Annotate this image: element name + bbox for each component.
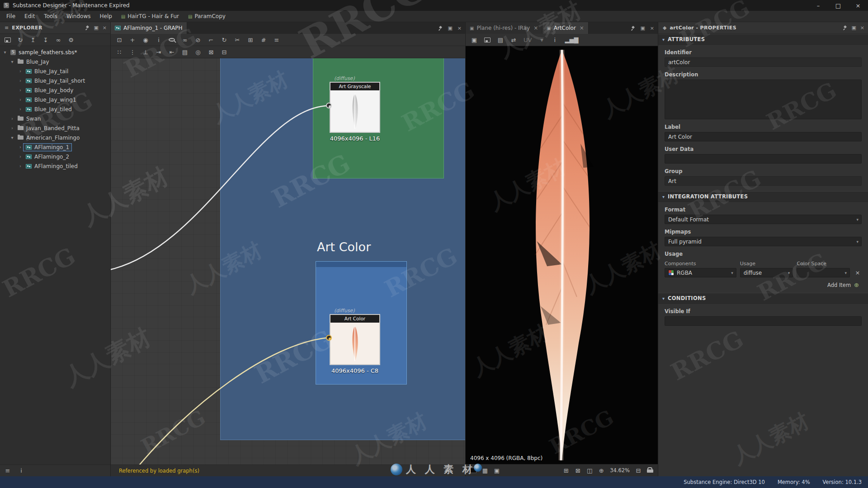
tree-item-folder[interactable]: Blue_Jay — [0, 57, 110, 66]
menu-item[interactable]: Edit — [20, 11, 39, 22]
caret-icon[interactable] — [17, 69, 24, 74]
visibleif-field[interactable] — [665, 316, 862, 326]
tree-item-graph[interactable]: Blue_Jay_tail_short — [0, 76, 110, 85]
tree-item-package[interactable]: sample_feathers.sbs* — [0, 47, 110, 57]
menu-item[interactable]: Help — [95, 11, 116, 22]
tree-item-graph[interactable]: Blue_Jay_tail — [0, 66, 110, 76]
tab-plane-iray[interactable]: ▣ Plane (hi-res) - IRay × — [466, 22, 542, 34]
save-icon[interactable] — [484, 38, 491, 42]
caret-icon[interactable] — [17, 154, 24, 159]
snap-grid-icon[interactable]: # — [260, 37, 267, 43]
caret-icon[interactable] — [9, 135, 15, 140]
usage-dropdown[interactable]: diffuse ▾ — [740, 268, 793, 277]
camera-icon[interactable]: ◉ — [142, 37, 149, 43]
move-icon[interactable]: + — [129, 37, 136, 43]
pin-icon[interactable] — [85, 25, 90, 30]
pin-icon[interactable] — [630, 26, 635, 31]
sync-icon[interactable]: ↻ — [17, 37, 24, 43]
components-dropdown[interactable]: RGBA ▾ — [665, 268, 736, 277]
clipboard-icon[interactable]: ▤ — [182, 49, 188, 56]
tree-item-graph[interactable]: Blue_Jay_tiled — [0, 104, 110, 114]
frame-icon[interactable]: ⊞ — [247, 37, 254, 43]
view2d-canvas[interactable]: 4096 x 4096 (RGBA, 8bpc) — [466, 46, 658, 464]
pin-icon[interactable] — [842, 25, 847, 30]
align-bottom-icon[interactable]: ⊥ — [142, 49, 149, 56]
uv-caret-icon[interactable]: ▾ — [538, 37, 545, 43]
elbow-icon[interactable]: ⌐ — [208, 37, 214, 43]
close-panel-icon[interactable]: × — [103, 25, 107, 31]
capture-icon[interactable]: ⊠ — [208, 49, 214, 56]
caret-icon[interactable] — [9, 116, 15, 121]
float-icon[interactable]: ▣ — [640, 25, 645, 31]
mipmaps-dropdown[interactable]: Full pyramid ▾ — [665, 237, 862, 246]
menu-item[interactable]: Windows — [62, 11, 95, 22]
fit-icon[interactable]: ⊠ — [575, 467, 581, 474]
float-icon[interactable]: ▣ — [94, 25, 98, 31]
tree-item-folder[interactable]: American_Flamingo — [0, 133, 110, 142]
menu-item[interactable]: ParamCopy — [184, 11, 230, 22]
zoom-level[interactable]: 34.62% — [610, 467, 630, 474]
tree-item-folder[interactable]: Swan — [0, 114, 110, 123]
node-input-port[interactable] — [326, 103, 332, 108]
maximize-button[interactable]: □ — [828, 0, 848, 11]
tile-icon[interactable]: ⊞ — [563, 467, 569, 474]
minimize-button[interactable]: – — [808, 0, 828, 11]
import-icon[interactable]: ↥ — [30, 37, 36, 43]
section-attributes[interactable]: ▾ ATTRIBUTES — [658, 34, 868, 45]
rotate-icon[interactable]: ↻ — [221, 37, 227, 43]
caret-icon[interactable] — [17, 164, 24, 169]
panel-menu-icon[interactable]: ≡ — [5, 25, 9, 31]
compare-icon[interactable]: ⊟ — [635, 467, 642, 474]
graph-node-art-grayscale[interactable]: (diffuse) Art Grayscale — [330, 75, 380, 142]
export-icon[interactable]: ⊟ — [221, 49, 227, 56]
pin-icon[interactable] — [438, 26, 443, 31]
tree-item-graph[interactable]: Blue_Jay_body — [0, 85, 110, 95]
menu-item[interactable]: Tools — [39, 11, 62, 22]
channels-icon[interactable]: ▦ — [482, 467, 488, 474]
world-icon[interactable]: ◎ — [195, 49, 201, 56]
align-icon[interactable]: ≡ — [274, 37, 280, 43]
caret-icon[interactable] — [17, 145, 24, 150]
info-icon[interactable]: i — [552, 37, 558, 43]
label-field[interactable] — [665, 132, 862, 141]
add-item-button[interactable]: Add Item ⊕ — [667, 282, 859, 288]
caret-icon[interactable] — [9, 126, 15, 131]
texture-swatch[interactable] — [470, 468, 476, 473]
copy-icon[interactable]: ▤ — [497, 37, 504, 43]
settings-icon[interactable]: ⚙ — [68, 37, 74, 43]
float-icon[interactable]: ▣ — [851, 25, 856, 31]
swap-icon[interactable]: ⇄ — [510, 37, 517, 43]
float-icon[interactable]: ▣ — [448, 25, 452, 31]
split-icon[interactable]: ⊘ — [195, 37, 201, 43]
format-dropdown[interactable]: Default Format ▾ — [665, 215, 862, 224]
tree-item-graph[interactable]: Blue_Jay_wing1 — [0, 95, 110, 104]
stack-icon[interactable]: ⋮ — [129, 49, 136, 56]
hierarchy-icon[interactable]: ≡ — [5, 467, 11, 474]
link-icon[interactable]: ∞ — [55, 37, 61, 43]
info-icon[interactable]: i — [156, 37, 162, 43]
tree-item-graph[interactable]: AFlamingo_2 — [0, 152, 110, 161]
node-input-port-active[interactable] — [326, 335, 332, 341]
section-integration[interactable]: ▾ INTEGRATION ATTRIBUTES — [658, 191, 868, 202]
caret-icon[interactable] — [17, 78, 24, 83]
tree-item-graph[interactable]: AFlamingo_1 — [0, 142, 110, 152]
close-tab-icon[interactable]: × — [533, 25, 538, 31]
identifier-field[interactable] — [665, 57, 862, 67]
menu-item[interactable]: File — [2, 11, 20, 22]
graph-tab[interactable]: AFlamingo_1 - GRAPH — [111, 22, 187, 34]
caret-icon[interactable] — [9, 59, 15, 64]
close-panel-icon[interactable]: × — [650, 25, 654, 31]
caret-icon[interactable] — [17, 88, 24, 93]
dot-chain-icon[interactable]: ∷ — [116, 49, 123, 56]
tree-item-folder[interactable]: Javan_Banded_Pitta — [0, 123, 110, 133]
histogram-icon[interactable]: ▂▅▇ — [565, 37, 578, 43]
close-button[interactable]: × — [848, 0, 868, 11]
actual-size-icon[interactable]: ◫ — [586, 467, 593, 474]
export-icon[interactable]: ↧ — [42, 37, 49, 43]
description-field[interactable] — [665, 80, 862, 119]
save-icon[interactable] — [5, 38, 11, 42]
caret-icon[interactable] — [2, 50, 8, 55]
link-material-icon[interactable]: ∞ — [182, 37, 188, 43]
info-icon[interactable]: i — [18, 467, 24, 474]
section-conditions[interactable]: ▾ CONDITIONS — [658, 293, 868, 304]
